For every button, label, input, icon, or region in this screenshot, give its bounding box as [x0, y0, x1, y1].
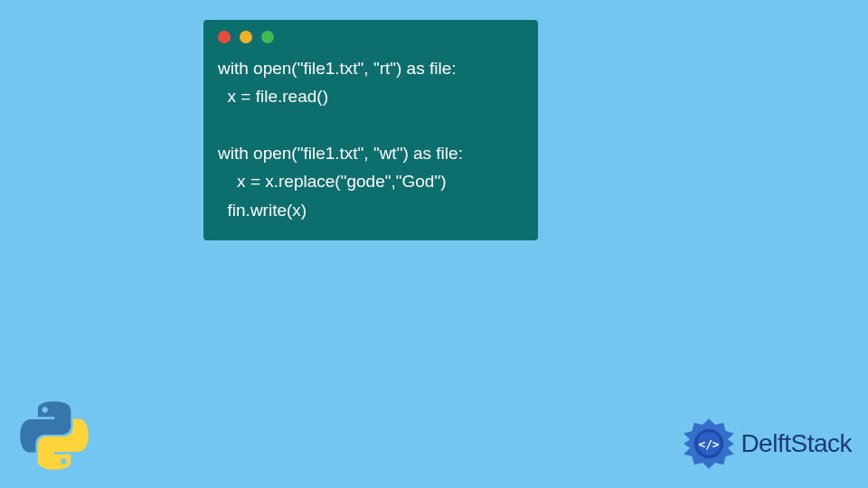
minimize-icon — [240, 31, 252, 43]
delftstack-brand: </> DelftStack — [683, 418, 852, 470]
window-titlebar — [203, 20, 538, 54]
code-window: with open("file1.txt", "rt") as file: x … — [203, 20, 538, 240]
svg-text:</>: </> — [699, 437, 720, 451]
python-logo-icon — [18, 399, 90, 472]
delftstack-logo-icon: </> — [683, 418, 735, 470]
close-icon — [218, 31, 231, 43]
maximize-icon — [261, 31, 274, 43]
code-block: with open("file1.txt", "rt") as file: x … — [203, 54, 538, 228]
delftstack-label: DelftStack — [741, 429, 852, 458]
